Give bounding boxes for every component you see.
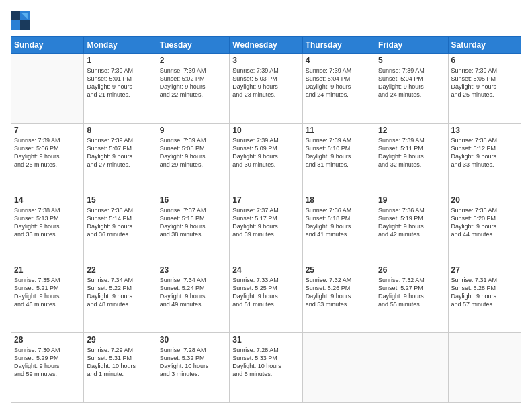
day-number: 7 [14,126,81,135]
day-info: Sunrise: 7:29 AM Sunset: 5:31 PM Dayligh… [87,346,153,379]
day-info: Sunrise: 7:39 AM Sunset: 5:06 PM Dayligh… [14,136,81,169]
calendar-cell: 28Sunrise: 7:30 AM Sunset: 5:29 PM Dayli… [11,333,84,403]
calendar-cell [375,333,448,403]
day-info: Sunrise: 7:34 AM Sunset: 5:24 PM Dayligh… [160,276,226,309]
calendar-cell [448,333,521,403]
calendar-cell: 29Sunrise: 7:29 AM Sunset: 5:31 PM Dayli… [84,333,157,403]
day-number: 21 [14,265,81,275]
day-number: 10 [232,126,299,135]
calendar-cell: 1Sunrise: 7:39 AM Sunset: 5:01 PM Daylig… [84,54,157,124]
calendar-cell: 15Sunrise: 7:38 AM Sunset: 5:14 PM Dayli… [84,193,157,263]
weekday-wednesday: Wednesday [230,37,302,54]
day-number: 13 [451,126,518,135]
calendar-cell: 16Sunrise: 7:37 AM Sunset: 5:16 PM Dayli… [157,193,229,263]
day-info: Sunrise: 7:35 AM Sunset: 5:20 PM Dayligh… [451,206,518,239]
calendar-cell: 21Sunrise: 7:35 AM Sunset: 5:21 PM Dayli… [11,263,84,333]
day-info: Sunrise: 7:39 AM Sunset: 5:09 PM Dayligh… [232,136,299,169]
week-row-1: 1Sunrise: 7:39 AM Sunset: 5:01 PM Daylig… [11,54,521,124]
day-number: 6 [451,56,518,65]
calendar-cell: 10Sunrise: 7:39 AM Sunset: 5:09 PM Dayli… [230,124,302,193]
day-number: 24 [232,265,299,275]
calendar-cell: 12Sunrise: 7:39 AM Sunset: 5:11 PM Dayli… [375,124,448,193]
day-info: Sunrise: 7:39 AM Sunset: 5:11 PM Dayligh… [378,136,445,169]
calendar-cell [11,54,84,124]
weekday-saturday: Saturday [448,37,521,54]
svg-rect-3 [20,20,30,30]
day-info: Sunrise: 7:39 AM Sunset: 5:02 PM Dayligh… [160,66,226,99]
day-info: Sunrise: 7:34 AM Sunset: 5:22 PM Dayligh… [87,276,153,309]
day-number: 26 [378,265,445,275]
day-number: 4 [306,56,372,65]
calendar-cell: 5Sunrise: 7:39 AM Sunset: 5:04 PM Daylig… [375,54,448,124]
calendar-cell: 24Sunrise: 7:33 AM Sunset: 5:25 PM Dayli… [230,263,302,333]
calendar-cell: 9Sunrise: 7:39 AM Sunset: 5:08 PM Daylig… [157,124,229,193]
day-info: Sunrise: 7:31 AM Sunset: 5:28 PM Dayligh… [451,276,518,309]
day-number: 31 [232,335,299,345]
day-number: 18 [306,195,372,205]
day-number: 30 [160,335,226,345]
calendar-cell: 14Sunrise: 7:38 AM Sunset: 5:13 PM Dayli… [11,193,84,263]
day-info: Sunrise: 7:38 AM Sunset: 5:14 PM Dayligh… [87,206,153,239]
day-number: 5 [378,56,445,65]
day-info: Sunrise: 7:39 AM Sunset: 5:01 PM Dayligh… [87,66,153,99]
day-number: 19 [378,195,445,205]
day-info: Sunrise: 7:39 AM Sunset: 5:04 PM Dayligh… [306,66,372,99]
calendar-cell: 26Sunrise: 7:32 AM Sunset: 5:27 PM Dayli… [375,263,448,333]
day-number: 9 [160,126,226,135]
day-info: Sunrise: 7:39 AM Sunset: 5:07 PM Dayligh… [87,136,153,169]
calendar-cell: 4Sunrise: 7:39 AM Sunset: 5:04 PM Daylig… [302,54,375,124]
day-info: Sunrise: 7:39 AM Sunset: 5:08 PM Dayligh… [160,136,226,169]
calendar-cell: 22Sunrise: 7:34 AM Sunset: 5:22 PM Dayli… [84,263,157,333]
header [11,11,521,30]
calendar-cell: 20Sunrise: 7:35 AM Sunset: 5:20 PM Dayli… [448,193,521,263]
day-number: 3 [232,56,299,65]
day-info: Sunrise: 7:39 AM Sunset: 5:10 PM Dayligh… [306,136,372,169]
day-info: Sunrise: 7:38 AM Sunset: 5:13 PM Dayligh… [14,206,81,239]
calendar-cell: 23Sunrise: 7:34 AM Sunset: 5:24 PM Dayli… [157,263,229,333]
calendar-cell: 30Sunrise: 7:28 AM Sunset: 5:32 PM Dayli… [157,333,229,403]
day-info: Sunrise: 7:32 AM Sunset: 5:27 PM Dayligh… [378,276,445,309]
day-number: 28 [14,335,81,345]
weekday-friday: Friday [375,37,448,54]
calendar-cell: 3Sunrise: 7:39 AM Sunset: 5:03 PM Daylig… [230,54,302,124]
weekday-sunday: Sunday [11,37,84,54]
day-info: Sunrise: 7:32 AM Sunset: 5:26 PM Dayligh… [306,276,372,309]
day-number: 25 [306,265,372,275]
day-number: 15 [87,195,153,205]
day-info: Sunrise: 7:35 AM Sunset: 5:21 PM Dayligh… [14,276,81,309]
svg-rect-2 [11,20,20,30]
calendar-cell: 13Sunrise: 7:38 AM Sunset: 5:12 PM Dayli… [448,124,521,193]
day-number: 20 [451,195,518,205]
calendar-cell [302,333,375,403]
day-info: Sunrise: 7:28 AM Sunset: 5:33 PM Dayligh… [232,346,299,379]
day-number: 12 [378,126,445,135]
calendar-cell: 31Sunrise: 7:28 AM Sunset: 5:33 PM Dayli… [230,333,302,403]
logo [11,11,32,30]
week-row-5: 28Sunrise: 7:30 AM Sunset: 5:29 PM Dayli… [11,333,521,403]
day-info: Sunrise: 7:36 AM Sunset: 5:18 PM Dayligh… [306,206,372,239]
day-info: Sunrise: 7:28 AM Sunset: 5:32 PM Dayligh… [160,346,226,379]
weekday-header-row: SundayMondayTuesdayWednesdayThursdayFrid… [11,37,521,54]
calendar-cell: 18Sunrise: 7:36 AM Sunset: 5:18 PM Dayli… [302,193,375,263]
weekday-tuesday: Tuesday [157,37,229,54]
day-number: 23 [160,265,226,275]
day-info: Sunrise: 7:33 AM Sunset: 5:25 PM Dayligh… [232,276,299,309]
day-number: 11 [306,126,372,135]
day-info: Sunrise: 7:38 AM Sunset: 5:12 PM Dayligh… [451,136,518,169]
week-row-2: 7Sunrise: 7:39 AM Sunset: 5:06 PM Daylig… [11,124,521,193]
calendar-cell: 17Sunrise: 7:37 AM Sunset: 5:17 PM Dayli… [230,193,302,263]
day-info: Sunrise: 7:39 AM Sunset: 5:05 PM Dayligh… [451,66,518,99]
calendar-cell: 2Sunrise: 7:39 AM Sunset: 5:02 PM Daylig… [157,54,229,124]
day-number: 22 [87,265,153,275]
day-info: Sunrise: 7:39 AM Sunset: 5:03 PM Dayligh… [232,66,299,99]
calendar-cell: 25Sunrise: 7:32 AM Sunset: 5:26 PM Dayli… [302,263,375,333]
calendar-cell: 8Sunrise: 7:39 AM Sunset: 5:07 PM Daylig… [84,124,157,193]
day-number: 16 [160,195,226,205]
svg-rect-0 [11,11,20,20]
calendar-cell: 27Sunrise: 7:31 AM Sunset: 5:28 PM Dayli… [448,263,521,333]
weekday-monday: Monday [84,37,157,54]
week-row-3: 14Sunrise: 7:38 AM Sunset: 5:13 PM Dayli… [11,193,521,263]
day-number: 1 [87,56,153,65]
calendar-cell: 6Sunrise: 7:39 AM Sunset: 5:05 PM Daylig… [448,54,521,124]
logo-icon [11,11,30,30]
